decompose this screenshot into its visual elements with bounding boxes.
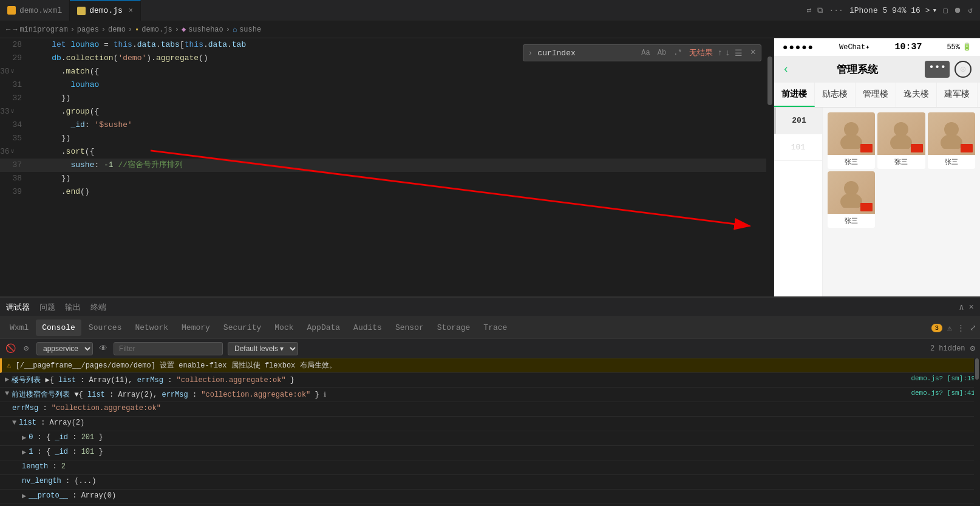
devtool-memory[interactable]: Memory	[175, 320, 216, 336]
eye-icon[interactable]: 👁	[98, 343, 109, 354]
devtool-audits[interactable]: Audits	[347, 320, 388, 336]
warning-icon-inline: ⚠	[7, 361, 15, 370]
appservice-select[interactable]: appservice	[36, 342, 93, 355]
search-nav: ↑ ↓	[718, 48, 730, 58]
output-tab[interactable]: 输出	[65, 302, 81, 313]
devtools-menu-btn[interactable]: ⋮	[957, 323, 965, 333]
nav-back[interactable]: ←	[6, 26, 10, 34]
code-editor[interactable]: › Aa Ab .* 无结果 ↑ ↓ ☰ ×	[0, 38, 774, 335]
device-frame-icon[interactable]: ▢	[943, 5, 948, 15]
devtool-trace[interactable]: Trace	[477, 320, 513, 336]
devtool-wxml[interactable]: Wxml	[4, 320, 35, 336]
whole-word-btn[interactable]: Ab	[656, 48, 668, 58]
phone-back-btn[interactable]: ‹	[783, 63, 789, 75]
devtools-expand-btn[interactable]: ⤢	[970, 323, 976, 333]
devtool-storage[interactable]: Storage	[431, 320, 477, 336]
console-nv-length: nv_length : (...)	[0, 475, 980, 490]
phone-tab-jianjun[interactable]: 建军楼	[937, 83, 978, 107]
phone-student-card-3[interactable]: 张三	[928, 112, 975, 169]
expand-qianjin[interactable]: ▼	[5, 389, 9, 398]
record-icon[interactable]: ⏺	[954, 6, 962, 15]
phone-tab-qianjin[interactable]: 前进楼	[774, 83, 815, 107]
devtool-security[interactable]: Security	[217, 320, 267, 336]
problems-tab[interactable]: 问题	[39, 302, 55, 313]
devtool-mock[interactable]: Mock	[268, 320, 299, 336]
bottom-panel-header: 调试器 问题 输出 终端 ∧ ×	[0, 298, 980, 317]
phone-room-201[interactable]: 201	[774, 108, 822, 134]
expand-item-1[interactable]: ▶	[22, 448, 26, 457]
phone-more-btn[interactable]: •••	[925, 61, 950, 78]
compare-icon[interactable]: ⇄	[807, 5, 812, 15]
devtool-sensor[interactable]: Sensor	[389, 320, 430, 336]
console-filter-input[interactable]	[114, 342, 223, 355]
svg-point-7	[941, 134, 962, 149]
console-levels-select[interactable]: Default levels ▾	[228, 342, 298, 355]
phone-student-card-4[interactable]: 张三	[828, 171, 875, 228]
louhao-text: 楼号列表 ▶{ list : Array(11), errMsg : "coll…	[12, 375, 911, 385]
devtool-sources[interactable]: Sources	[83, 320, 128, 336]
phone-record-btn[interactable]: ⊙	[954, 61, 971, 78]
louhao-link[interactable]: demo.js? [sm]:19	[911, 375, 975, 382]
chevron-down-icon: ▾	[933, 5, 937, 15]
breadcrumb-part-6: ⌂	[233, 26, 237, 34]
search-input[interactable]	[537, 49, 635, 58]
console-filter-toggle[interactable]: ⊘	[21, 343, 32, 354]
console-content: ⚠ [/__pageframe__/pages/demo/demo] 设置 en…	[0, 358, 980, 506]
qianjin-link[interactable]: demo.js? [sm]:41	[911, 389, 975, 397]
tab-close-js[interactable]: ×	[129, 7, 133, 15]
rotate-icon[interactable]: ↺	[968, 5, 973, 15]
case-sensitive-btn[interactable]: Aa	[639, 48, 652, 58]
devtool-appdata[interactable]: AppData	[301, 320, 347, 336]
device-info[interactable]: iPhone 5 94% 16 > ▾	[849, 5, 937, 15]
regex-btn[interactable]: .*	[672, 48, 684, 58]
tab-item-wxml[interactable]: demo.wxml	[0, 0, 70, 21]
console-length: length : 2	[0, 460, 980, 475]
search-next-btn[interactable]: ↓	[725, 48, 730, 58]
debugger-tab[interactable]: 调试器	[6, 302, 30, 313]
room-101-label: 101	[791, 143, 805, 152]
breadcrumb-part-6-label: sushe	[239, 26, 261, 34]
svg-point-9	[840, 193, 862, 208]
devtool-console[interactable]: Console	[36, 320, 81, 336]
breadcrumb-file-icon: ▪	[135, 26, 139, 34]
console-no-entry-btn[interactable]: 🚫	[5, 343, 16, 354]
console-settings-btn[interactable]: ⚙	[970, 343, 975, 354]
search-bar: › Aa Ab .* 无结果 ↑ ↓ ☰ ×	[523, 44, 761, 61]
phone-time: 10:37	[894, 42, 922, 52]
nav-forward[interactable]: →	[13, 26, 17, 34]
info-icon: ℹ	[324, 391, 326, 398]
expand-proto-arr[interactable]: ▶	[22, 491, 26, 501]
phone-nav-actions: ••• ⊙	[925, 61, 971, 78]
phone-student-card-1[interactable]: 张三	[828, 112, 875, 169]
tab-item-js[interactable]: demo.js ×	[70, 0, 141, 21]
devtool-network[interactable]: Network	[129, 320, 174, 336]
search-options: Aa Ab .*	[639, 48, 684, 58]
terminal-tab[interactable]: 终端	[90, 302, 106, 313]
close-panel-btn[interactable]: ×	[969, 303, 974, 312]
phone-tab-yifu[interactable]: 逸夫楼	[896, 83, 937, 107]
phone-tab-more[interactable]: 学…	[978, 83, 980, 107]
collapse-icon[interactable]: ∧	[959, 302, 964, 312]
expand-item-0[interactable]: ▶	[22, 433, 26, 442]
split-icon[interactable]: ⧉	[817, 6, 823, 15]
phone-student-card-2[interactable]: 张三	[877, 112, 925, 169]
editor-scrollbar[interactable]	[766, 38, 774, 335]
search-menu-btn[interactable]: ☰	[735, 48, 743, 58]
code-line-37: 37 sushe: -1 //宿舍号升序排列	[0, 159, 774, 172]
student-name-4: 张三	[828, 214, 875, 228]
bottom-panel-controls: ∧ ×	[959, 302, 974, 312]
search-prev-btn[interactable]: ↑	[718, 48, 723, 58]
phone-tab-lizhi[interactable]: 励志楼	[815, 83, 856, 107]
student-avatar-4	[828, 171, 875, 214]
phone-grid-layout: 张三 张三	[823, 108, 980, 233]
more-icon[interactable]: ···	[829, 6, 843, 15]
expand-louhao[interactable]: ▶	[5, 375, 9, 384]
phone-room-101[interactable]: 101	[774, 134, 822, 161]
search-close-btn[interactable]: ×	[750, 47, 756, 58]
expand-list[interactable]: ▼	[12, 419, 16, 427]
console-scrollbar[interactable]	[974, 358, 980, 506]
bottom-panel: 调试器 问题 输出 终端 ∧ × Wxml Console Sources Ne…	[0, 296, 980, 506]
phone-tab-guanli[interactable]: 管理楼	[856, 83, 896, 107]
phone-status-bar: ●●●●● WeChat✦ 10:37 55% 🔋	[774, 38, 980, 56]
js-file-icon	[77, 7, 86, 15]
